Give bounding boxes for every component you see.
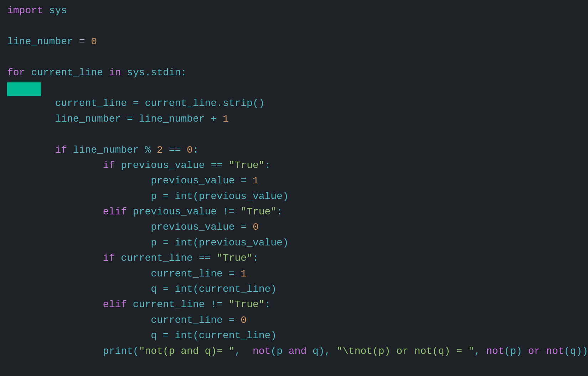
blank-line-4 xyxy=(7,359,581,374)
code-line-8: if previous_value == "True": xyxy=(7,158,581,173)
code-line-17: elif current_line != "True": xyxy=(7,297,581,312)
code-line-18: current_line = 0 xyxy=(7,313,581,328)
highlight-block xyxy=(7,82,41,96)
code-line-20: print("not(p and q)= ", not(p and q), "\… xyxy=(7,344,581,359)
blank-line-2 xyxy=(7,49,581,65)
code-line-3: for current_line in sys.stdin: xyxy=(7,65,581,80)
code-line-15: current_line = 1 xyxy=(7,266,581,281)
code-line-5: current_line = current_line.strip() xyxy=(7,96,581,111)
code-line-16: q = int(current_line) xyxy=(7,281,581,297)
code-line-10: p = int(previous_value) xyxy=(7,189,581,204)
code-line-1: import sys xyxy=(7,3,581,18)
code-line-2: line_number = 0 xyxy=(7,34,581,49)
code-line-12: previous_value = 0 xyxy=(7,219,581,235)
code-editor: import sys line_number = 0 for current_l… xyxy=(0,0,588,376)
code-line-11: elif previous_value != "True": xyxy=(7,204,581,219)
code-line-4-highlight xyxy=(7,80,581,96)
keyword-import: import xyxy=(7,5,43,16)
blank-line-3 xyxy=(7,127,581,142)
code-line-6: line_number = line_number + 1 xyxy=(7,111,581,127)
code-line-14: if current_line == "True": xyxy=(7,250,581,266)
blank-line-1 xyxy=(7,18,581,34)
code-line-9: previous_value = 1 xyxy=(7,173,581,188)
code-line-13: p = int(previous_value) xyxy=(7,235,581,250)
code-line-7: if line_number % 2 == 0: xyxy=(7,142,581,158)
code-line-19: q = int(current_line) xyxy=(7,328,581,343)
code-line-21: previous_value = current_line xyxy=(7,374,581,376)
